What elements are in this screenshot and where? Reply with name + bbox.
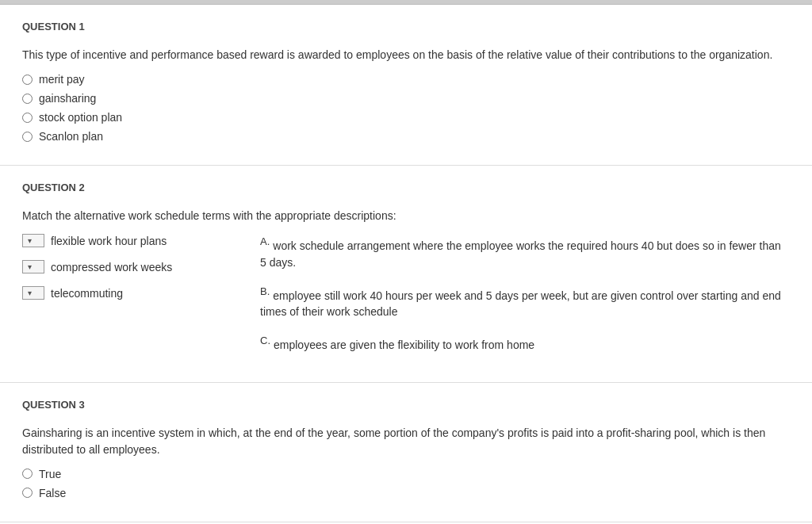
q1-radio-scanlon-plan[interactable] — [22, 132, 33, 142]
q1-label-scanlon-plan: Scanlon plan — [39, 130, 103, 143]
question-2-header: QUESTION 2 — [22, 182, 790, 197]
q1-option-scanlon-plan[interactable]: Scanlon plan — [22, 130, 790, 143]
q1-radio-gainsharing[interactable] — [22, 94, 33, 104]
q1-option-merit-pay[interactable]: merit pay — [22, 73, 790, 86]
q2-dropdown-2[interactable] — [22, 260, 44, 273]
q2-answer-A-letter: A. — [260, 235, 270, 247]
q3-option-true[interactable]: True — [22, 468, 790, 480]
question-1-header: QUESTION 1 — [22, 21, 790, 36]
question-2-text: Match the alternative work schedule term… — [22, 208, 790, 224]
q1-radio-stock-option-plan[interactable] — [22, 113, 33, 123]
q2-left-item-3: telecommuting — [22, 286, 244, 300]
matching-right-column: A.work schedule arrangement where the em… — [260, 234, 790, 366]
q2-answer-B-text: employee still work 40 hours per week an… — [260, 289, 781, 318]
q1-radio-merit-pay[interactable] — [22, 75, 33, 85]
q2-answer-B-letter: B. — [260, 285, 270, 297]
q2-left-item-1: flexible work hour plans — [22, 234, 244, 247]
q1-option-stock-option-plan[interactable]: stock option plan — [22, 111, 790, 124]
q2-left-label-1: flexible work hour plans — [51, 235, 167, 247]
q2-left-label-2: compressed work weeks — [51, 261, 172, 273]
question-1-text: This type of incentive and performance b… — [22, 47, 790, 63]
q1-label-gainsharing: gainsharing — [39, 92, 96, 105]
question-3-header: QUESTION 3 — [22, 399, 790, 414]
q2-answer-A-text: work schedule arrangement where the empl… — [260, 239, 781, 269]
q2-answer-A: A.work schedule arrangement where the em… — [260, 234, 790, 271]
q2-answer-C-text: employees are given the flexibility to w… — [274, 338, 534, 351]
q1-option-gainsharing[interactable]: gainsharing — [22, 92, 790, 105]
question-2-block: QUESTION 2 Match the alternative work sc… — [0, 166, 812, 383]
q3-option-false[interactable]: False — [22, 487, 790, 499]
q1-label-stock-option-plan: stock option plan — [39, 111, 122, 124]
q1-label-merit-pay: merit pay — [39, 73, 85, 86]
matching-container: flexible work hour plans compressed work… — [22, 234, 790, 366]
question-3-text: Gainsharing is an incentive system in wh… — [22, 425, 790, 458]
q2-answer-C-letter: C. — [260, 335, 270, 346]
q3-label-false: False — [39, 487, 66, 499]
q3-radio-false[interactable] — [22, 488, 33, 498]
q2-dropdown-3[interactable] — [22, 286, 44, 300]
question-1-block: QUESTION 1 This type of incentive and pe… — [0, 5, 812, 166]
q3-label-true: True — [39, 468, 61, 480]
q2-dropdown-1[interactable] — [22, 234, 44, 247]
q2-left-label-3: telecommuting — [51, 287, 123, 300]
question-3-block: QUESTION 3 Gainsharing is an incentive s… — [0, 383, 812, 522]
matching-left-column: flexible work hour plans compressed work… — [22, 234, 244, 366]
q3-radio-true[interactable] — [22, 469, 33, 479]
q2-answer-C: C.employees are given the flexibility to… — [260, 333, 790, 354]
q2-left-item-2: compressed work weeks — [22, 260, 244, 273]
q2-answer-B: B.employee still work 40 hours per week … — [260, 284, 790, 321]
